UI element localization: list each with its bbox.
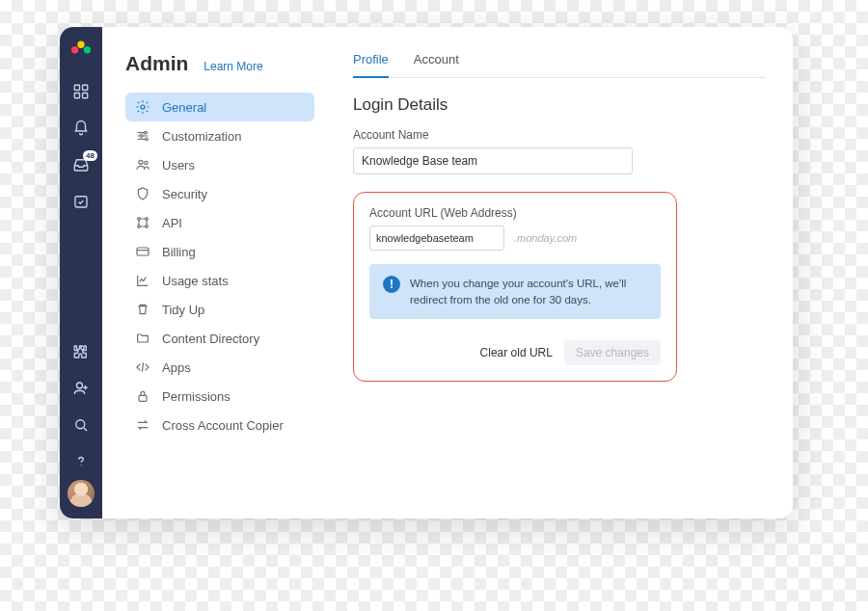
dashboard-icon[interactable] [71, 82, 91, 101]
svg-point-20 [146, 226, 149, 228]
chart-icon [135, 273, 150, 288]
sidebar-item-label: Billing [162, 245, 196, 259]
svg-rect-3 [74, 85, 79, 90]
api-icon [135, 215, 150, 230]
svg-point-18 [146, 218, 149, 221]
sidebar-item-general[interactable]: General [125, 93, 314, 121]
svg-point-17 [138, 218, 141, 221]
code-icon [135, 359, 150, 375]
tab-account[interactable]: Account [414, 52, 459, 77]
save-changes-button[interactable]: Save changes [564, 340, 661, 365]
section-heading: Login Details [353, 95, 766, 115]
svg-point-13 [140, 135, 143, 138]
sidebar-item-tidyup[interactable]: Tidy Up [125, 295, 314, 324]
sidebar-item-label: General [162, 100, 206, 115]
svg-rect-4 [83, 85, 88, 90]
page-title: Admin [125, 52, 188, 75]
admin-window: 48 Admin Learn More General [60, 27, 793, 518]
sidebar-item-label: Security [162, 187, 207, 201]
clear-old-url-button[interactable]: Clear old URL [480, 340, 553, 365]
svg-rect-22 [139, 395, 147, 401]
sidebar-item-customization[interactable]: Customization [125, 121, 314, 150]
admin-sidebar: Admin Learn More General Customization U… [102, 27, 326, 518]
sidebar-item-api[interactable]: API [125, 208, 314, 237]
login-details-section: Login Details Account Name Account URL (… [353, 95, 766, 382]
sidebar-item-label: Usage stats [162, 274, 229, 288]
url-change-notice: ! When you change your account's URL, we… [369, 264, 661, 319]
invite-user-icon[interactable] [71, 379, 91, 398]
sidebar-item-label: API [162, 216, 182, 230]
sidebar-item-billing[interactable]: Billing [125, 237, 314, 266]
svg-rect-7 [75, 197, 87, 207]
sidebar-item-crosscopier[interactable]: Cross Account Copier [125, 411, 314, 439]
user-avatar[interactable] [68, 480, 95, 507]
gear-icon [135, 99, 150, 115]
search-icon[interactable] [71, 415, 91, 435]
svg-point-12 [144, 131, 147, 134]
account-url-label: Account URL (Web Address) [369, 206, 661, 220]
sidebar-item-label: Content Directory [162, 332, 259, 346]
inbox-icon[interactable]: 48 [71, 155, 91, 174]
bell-icon[interactable] [71, 119, 91, 138]
app-logo[interactable] [70, 37, 92, 58]
svg-point-8 [77, 383, 83, 388]
sidebar-item-label: Permissions [162, 389, 231, 404]
sidebar-item-apps[interactable]: Apps [125, 353, 314, 382]
users-icon [135, 157, 150, 173]
help-icon[interactable] [71, 452, 91, 471]
sidebar-item-label: Users [162, 158, 195, 173]
svg-rect-21 [137, 248, 149, 255]
svg-point-19 [138, 226, 141, 228]
learn-more-link[interactable]: Learn More [203, 60, 262, 73]
swap-icon [135, 417, 150, 433]
account-url-domain: .monday.com [514, 232, 577, 244]
sidebar-item-content[interactable]: Content Directory [125, 324, 314, 353]
inbox-badge: 48 [83, 150, 97, 161]
shield-icon [135, 186, 150, 201]
svg-point-2 [84, 46, 91, 53]
svg-point-14 [146, 138, 149, 141]
svg-point-10 [80, 465, 81, 465]
notice-text: When you change your account's URL, we'l… [410, 276, 647, 307]
sidebar-item-label: Apps [162, 360, 191, 375]
main-content: Profile Account Login Details Account Na… [326, 27, 793, 518]
svg-point-11 [141, 105, 145, 109]
sidebar-item-label: Customization [162, 129, 241, 144]
svg-rect-6 [83, 93, 88, 98]
svg-rect-5 [74, 93, 79, 98]
account-name-label: Account Name [353, 128, 766, 142]
folder-icon [135, 331, 150, 346]
svg-point-16 [145, 161, 148, 164]
sliders-icon [135, 128, 150, 144]
calendar-check-icon[interactable] [71, 192, 91, 211]
sidebar-item-usage[interactable]: Usage stats [125, 266, 314, 295]
sidebar-item-label: Cross Account Copier [162, 418, 284, 433]
account-url-input[interactable] [369, 226, 504, 251]
tab-profile[interactable]: Profile [353, 52, 389, 78]
app-rail: 48 [60, 27, 102, 518]
account-url-highlight: Account URL (Web Address) .monday.com ! … [353, 192, 677, 382]
trash-icon [135, 302, 150, 317]
lock-icon [135, 388, 150, 404]
puzzle-icon[interactable] [71, 342, 91, 361]
sidebar-item-users[interactable]: Users [125, 150, 314, 179]
tabs: Profile Account [353, 52, 766, 78]
sidebar-item-permissions[interactable]: Permissions [125, 382, 314, 411]
account-name-input[interactable] [353, 147, 633, 174]
card-icon [135, 244, 150, 259]
svg-point-0 [71, 46, 78, 53]
sidebar-item-security[interactable]: Security [125, 179, 314, 208]
sidebar-item-label: Tidy Up [162, 303, 204, 317]
svg-point-1 [77, 41, 84, 48]
svg-point-9 [76, 420, 85, 429]
svg-point-15 [139, 160, 143, 164]
info-icon: ! [383, 276, 400, 293]
